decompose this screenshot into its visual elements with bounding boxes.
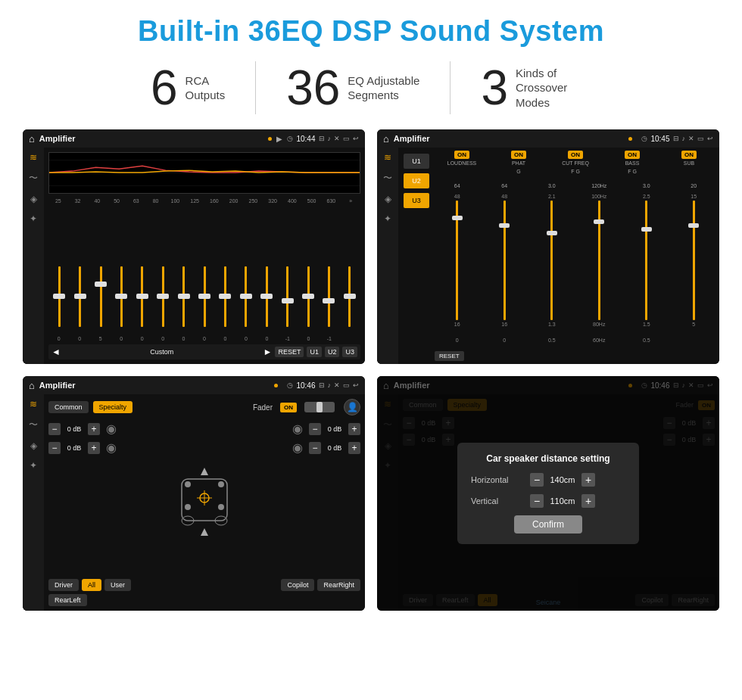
profile-icon[interactable]: 👤 [344,399,360,415]
sidebar-speaker-icon[interactable]: ◈ [30,194,37,204]
sidebar-eq-icon-2[interactable]: ≋ [384,152,391,163]
u3-btn-1[interactable]: U3 [342,347,357,357]
home-icon-2[interactable]: ⌂ [383,133,389,145]
eq-bar-4[interactable] [133,259,151,334]
sidebar-cross-icon[interactable]: ✦ [30,213,37,224]
eq-preset: Custom [64,348,260,356]
sidebar-cross-icon-2[interactable]: ✦ [384,213,391,224]
fl-minus-1[interactable]: − [48,423,61,435]
u1-btn-1[interactable]: U1 [307,347,322,357]
eq-bar-3[interactable] [112,259,130,334]
eq-bar-11[interactable] [278,259,296,334]
screen2-title: Amplifier [394,134,625,143]
time-2: 10:45 [650,135,669,143]
fader-left-bot: − 0 dB + ◉ [48,440,124,455]
sidebar-wave-icon-3[interactable]: 〜 [29,418,38,431]
eq-bar-0[interactable] [50,259,68,334]
dots-icon-1 [268,137,272,141]
fr-minus-2[interactable]: − [309,442,321,454]
sidebar-wave-icon[interactable]: 〜 [29,172,38,185]
eq-bar-7[interactable] [195,259,214,334]
u2-btn-1[interactable]: U2 [325,347,340,357]
eq-bar-2[interactable] [92,259,110,334]
back-icon-3[interactable]: ↩ [353,381,359,389]
fl-plus-2[interactable]: + [88,442,100,454]
horizontal-minus[interactable]: − [530,473,544,487]
rearleft-btn[interactable]: All [82,579,101,591]
prev-arrow[interactable]: ◄ [51,347,61,357]
eq-bar-14[interactable] [341,259,359,334]
cam-icon-2: ⊟ [673,135,679,142]
x-icon-1: ✕ [334,135,340,142]
reset-row: RESET [435,348,716,361]
back-icon-1[interactable]: ↩ [353,135,359,142]
vertical-plus[interactable]: + [581,494,595,508]
sidebar-wave-icon-2[interactable]: 〜 [383,172,392,185]
time-1: 10:44 [296,135,315,143]
sidebar-eq-icon[interactable]: ≋ [30,152,37,163]
eq-lbl-2: 40 [88,198,108,204]
u2-preset[interactable]: U2 [404,173,429,188]
bass-ctrl: ON BASS [605,151,659,166]
eq-bar-13[interactable] [320,259,338,334]
common-tab[interactable]: Common [48,401,89,413]
eq-bar-8[interactable] [216,259,234,334]
fader-right-top: ◉ − 0 dB + [292,422,360,436]
rearright-btn[interactable]: RearRight [317,579,360,591]
driver-btn[interactable]: Driver [48,579,79,591]
u3-preset[interactable]: U3 [404,193,429,208]
reset-btn-1[interactable]: RESET [275,347,304,357]
stat-eq: 36 EQ Adjustable Segments [256,64,450,112]
fl-minus-2[interactable]: − [48,442,61,454]
back-icon-2[interactable]: ↩ [707,135,713,142]
sidebar-speaker-icon-2[interactable]: ◈ [385,194,391,204]
eq-bar-10[interactable] [257,259,276,334]
fr-plus-1[interactable]: + [348,423,360,435]
eq-bar-1[interactable] [70,259,89,334]
rearleft-bottom[interactable]: RearLeft [48,594,87,606]
fl-plus-1[interactable]: + [88,423,100,435]
loc-icon-3: ◷ [287,381,293,389]
all-btn[interactable]: User [104,579,131,591]
sidebar-cross-icon-3[interactable]: ✦ [30,460,37,471]
cutfreq-ctrl: ON CUT FREQ [548,151,603,166]
vertical-minus[interactable]: − [530,494,544,508]
fr-minus-1[interactable]: − [309,423,321,435]
reset-btn-2[interactable]: RESET [435,351,464,361]
u1-preset[interactable]: U1 [404,154,429,169]
bass-on[interactable]: ON [625,151,640,159]
phat-on[interactable]: ON [511,151,526,159]
cutfreq-on[interactable]: ON [568,151,583,159]
fr-plus-2[interactable]: + [348,442,360,454]
home-icon-1[interactable]: ⌂ [29,133,35,145]
svg-point-11 [218,481,224,487]
confirm-button[interactable]: Confirm [514,515,582,534]
statusbar-3: ⌂ Amplifier ◷ 10:46 ⊟ ♪ ✕ ▭ ↩ [23,376,365,394]
eq-lbl-3: 50 [107,198,126,204]
eq-bar-12[interactable] [299,259,317,334]
eq-bar-6[interactable] [174,259,192,334]
preset-col: U1 U2 U3 [401,151,432,361]
horizontal-plus[interactable]: + [581,473,595,487]
sidebar-eq-icon-3[interactable]: ≋ [30,399,37,409]
sidebar-speaker-icon-3[interactable]: ◈ [30,440,37,451]
home-icon-3[interactable]: ⌂ [29,380,35,391]
eq-bar-5[interactable] [154,259,172,334]
fader-horiz-slider[interactable] [304,402,335,412]
stats-row: 6 RCA Outputs 36 EQ Adjustable Segments … [23,61,719,114]
eq-values: 0 0 5 0 0 0 0 0 0 0 0 -1 0 -1 [48,336,360,341]
status-icons-3: ◷ 10:46 ⊟ ♪ ✕ ▭ ↩ [287,381,359,390]
sub-on[interactable]: ON [681,151,697,159]
specialty-tab[interactable]: Specialty [93,401,133,413]
fr-speaker-1: ◉ [292,422,303,436]
fader-left-top: − 0 dB + ◉ [48,422,124,436]
copilot-btn[interactable]: Copilot [281,579,314,591]
screen1-title: Amplifier [39,134,264,143]
loudness-on[interactable]: ON [454,151,469,159]
fader-on-toggle[interactable]: ON [280,403,297,412]
eq-bar-9[interactable] [237,259,255,334]
next-arrow[interactable]: ► [263,347,273,357]
bass-label: BASS [625,160,640,166]
eq-lbl-14: 630 [322,198,341,204]
crossover-content: U1 U2 U3 ON LOUDNESS ON [398,148,719,364]
